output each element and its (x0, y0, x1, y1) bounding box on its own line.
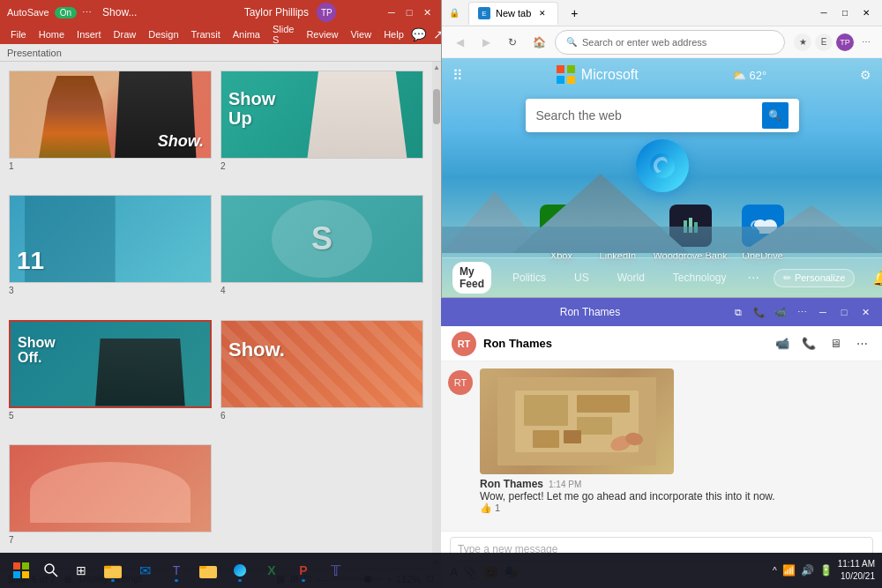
clock-time: 11:11 AM (838, 558, 875, 570)
ms-cell-blue (557, 76, 564, 84)
browser-tab-new[interactable]: E New tab ✕ (468, 2, 558, 25)
menu-draw[interactable]: Draw (108, 27, 142, 41)
teams-copy-btn[interactable]: ⧉ (730, 304, 746, 320)
browser-minimize-btn[interactable]: ─ (815, 5, 833, 21)
teams-restore-btn[interactable]: □ (836, 304, 852, 320)
minimize-button[interactable]: ─ (385, 5, 399, 19)
teams-more-btn[interactable]: ⋯ (794, 304, 810, 320)
search-placeholder: Search the web (536, 108, 755, 123)
weather-widget[interactable]: ⛅ 62° (732, 69, 767, 82)
svg-rect-20 (22, 562, 29, 569)
edge-taskbar-btn[interactable] (226, 556, 254, 584)
browser-restore-btn[interactable]: □ (836, 5, 854, 21)
slide-thumb-3[interactable]: 11 (9, 195, 212, 283)
menu-design[interactable]: Design (143, 27, 183, 41)
teams-more-actions-icon[interactable]: ⋯ (852, 334, 871, 354)
system-tray-chevron[interactable]: ^ (773, 566, 777, 576)
menu-anima[interactable]: Anima (228, 27, 265, 41)
refresh-btn[interactable]: ↻ (502, 32, 523, 53)
notification-btn[interactable]: 🔔 (872, 270, 882, 287)
menu-file[interactable]: File (5, 27, 32, 41)
teams-btn[interactable]: T (162, 556, 191, 584)
settings-icon[interactable]: ⚙ (860, 68, 871, 82)
teams-screen-share-icon[interactable]: 🖥 (826, 334, 845, 354)
more-options-icon[interactable]: ⋯ (857, 33, 875, 51)
teams-minimize-btn[interactable]: ─ (815, 304, 831, 320)
menu-insert[interactable]: Insert (71, 27, 107, 41)
home-btn[interactable]: 🏠 (528, 32, 549, 53)
teams-video-btn[interactable]: 📹 (773, 304, 789, 320)
teams-call-btn[interactable]: 📞 (751, 304, 767, 320)
start-button[interactable] (7, 556, 35, 584)
menu-help[interactable]: Help (378, 27, 409, 41)
powerpoint-titlebar: AutoSave On ⋯ Show... Taylor Phillips TP… (0, 0, 441, 25)
new-tab-btn[interactable]: + (564, 3, 585, 24)
powerpoint-btn[interactable]: P (289, 556, 318, 584)
mail-btn[interactable]: ✉ (131, 556, 159, 584)
autosave-toggle[interactable]: On (55, 7, 77, 19)
feed-more-btn[interactable]: ··· (748, 270, 759, 286)
personalize-btn[interactable]: ✏ Personalize (774, 269, 855, 287)
menu-slide-s[interactable]: Slide S (267, 22, 299, 47)
menu-review[interactable]: Review (301, 27, 343, 41)
slide-thumb-1[interactable]: Show. (9, 71, 212, 159)
menu-view[interactable]: View (345, 27, 377, 41)
slide-thumb-6[interactable]: Show. (220, 320, 423, 408)
system-time[interactable]: 11:11 AM 10/20/21 (838, 558, 875, 583)
apps-icon[interactable]: ⠿ (452, 67, 463, 84)
feed-tab-us[interactable]: US (567, 268, 596, 287)
teams-close-btn[interactable]: ✕ (857, 304, 873, 320)
search-box[interactable]: Search the web 🔍 (526, 99, 799, 132)
restore-button[interactable]: □ (402, 5, 416, 19)
teams-titlebar: Ron Thames ⧉ 📞 📹 ⋯ ─ □ ✕ (441, 298, 882, 326)
profile-icon[interactable]: TP (836, 33, 854, 51)
browser-ext-icons: ★ E TP ⋯ (794, 33, 875, 51)
teams-video-call-icon[interactable]: 📹 (773, 334, 792, 354)
address-bar[interactable]: 🔍 Search or enter web address (555, 30, 785, 55)
expand-icon[interactable]: ⋯ (82, 7, 92, 19)
slide-2-text: ShowUp (228, 89, 275, 128)
slide-thumb-2[interactable]: ShowUp (220, 71, 423, 159)
feed-tab-politics[interactable]: Politics (505, 268, 553, 287)
back-btn[interactable]: ◀ (449, 32, 470, 53)
ms-cell-red (557, 65, 564, 73)
slide-thumb-7[interactable] (9, 444, 212, 532)
slide-1-num: 1 (9, 160, 212, 172)
browser-window: 🔒 E New tab ✕ + ─ □ ✕ ◀ ▶ ↻ 🏠 🔍 (441, 0, 882, 297)
scrollbar-thumb[interactable] (433, 89, 440, 124)
file-explorer-btn[interactable] (99, 556, 127, 584)
mountain-landscape (442, 182, 882, 253)
new-tab-header: ⠿ Microsoft ⛅ 62° ⚙ (442, 58, 882, 92)
taskbar-search-btn[interactable] (39, 558, 64, 583)
collections-icon[interactable]: ★ (794, 33, 811, 51)
close-button[interactable]: ✕ (420, 5, 434, 19)
feed-tab-technology[interactable]: Technology (666, 268, 734, 287)
teams-taskbar-btn[interactable]: 𝕋 (321, 556, 349, 584)
teams-audio-call-icon[interactable]: 📞 (799, 334, 818, 354)
comment-icon[interactable]: 💬 (411, 27, 426, 41)
teams-panel: Ron Thames ⧉ 📞 📹 ⋯ ─ □ ✕ RT Ron Thames 📹… (441, 297, 882, 588)
slide-thumb-5[interactable]: ShowOff. (9, 320, 212, 408)
message-reaction[interactable]: 👍 1 (480, 502, 875, 514)
menu-bar: File Home Insert Draw Design Transit Ani… (0, 25, 441, 44)
svg-rect-14 (577, 417, 612, 435)
menu-transit[interactable]: Transit (186, 27, 226, 41)
search-button[interactable]: 🔍 (762, 102, 789, 129)
right-side: 🔒 E New tab ✕ + ─ □ ✕ ◀ ▶ ↻ 🏠 🔍 (441, 0, 882, 588)
wifi-icon: 📶 (782, 564, 796, 577)
browser-close-btn[interactable]: ✕ (857, 5, 875, 21)
user-avatar[interactable]: TP (317, 3, 336, 22)
task-view-btn[interactable]: ⊞ (67, 556, 95, 584)
folder-btn[interactable] (194, 556, 222, 584)
battery-icon: 🔋 (819, 564, 833, 577)
forward-btn[interactable]: ▶ (475, 32, 497, 53)
feed-tab-world[interactable]: World (610, 268, 652, 287)
slide-thumb-4[interactable]: S (220, 195, 423, 283)
slides-scrollbar[interactable]: ▲ ▼ (432, 62, 441, 569)
menu-home[interactable]: Home (34, 27, 70, 41)
ext-icon-1[interactable]: E (815, 33, 833, 51)
tab-close-btn[interactable]: ✕ (536, 7, 549, 19)
filename: Show... (102, 6, 137, 19)
feed-tab-myfeed[interactable]: My Feed (452, 262, 491, 294)
excel-btn[interactable]: X (258, 556, 286, 584)
